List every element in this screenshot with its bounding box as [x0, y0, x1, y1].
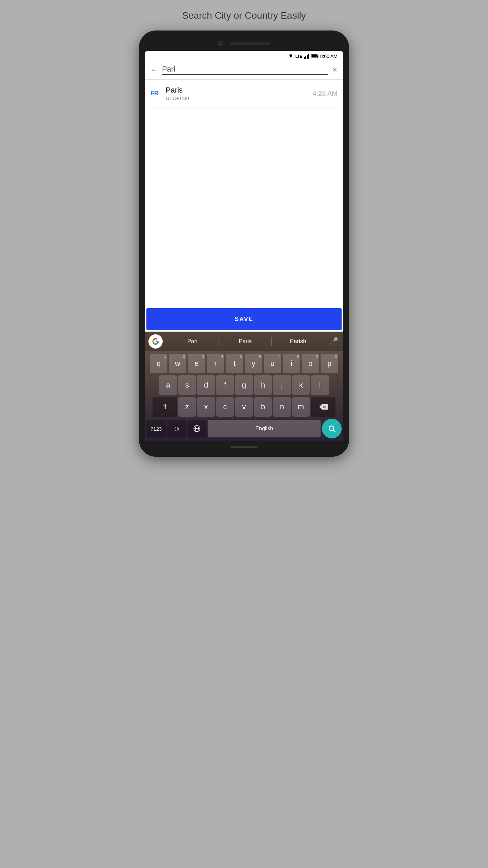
lte-icon: LTE	[296, 54, 302, 58]
key-z[interactable]: z	[178, 397, 196, 417]
city-timezone: UTC+1:00	[166, 95, 313, 101]
empty-results-area	[145, 188, 343, 307]
key-p[interactable]: 0p	[321, 354, 338, 373]
status-time: 8:00 AM	[320, 54, 338, 59]
key-row-bottom: ?123 ☺ English	[146, 419, 342, 440]
key-m[interactable]: m	[292, 397, 310, 417]
key-w[interactable]: 2w	[169, 354, 186, 373]
key-n[interactable]: n	[273, 397, 291, 417]
key-x[interactable]: x	[197, 397, 215, 417]
key-l[interactable]: l	[311, 375, 329, 395]
save-button[interactable]: SAVE	[146, 308, 342, 330]
city-info: Paris UTC+1:00	[166, 86, 313, 101]
page-title: Search City or Country Easily	[182, 10, 306, 21]
svg-line-15	[333, 430, 336, 432]
emoji-key[interactable]: ☺	[167, 420, 186, 437]
speaker-grille	[229, 42, 270, 45]
key-g[interactable]: g	[235, 375, 253, 395]
suggestion-words: Pari Paris Parish	[166, 337, 324, 346]
key-o[interactable]: 9o	[302, 354, 319, 373]
globe-key[interactable]	[187, 420, 206, 437]
result-item[interactable]: FR Paris UTC+1:00 4:28 AM	[145, 80, 343, 107]
key-j[interactable]: j	[273, 375, 291, 395]
shift-key[interactable]: ⇧	[152, 397, 177, 417]
key-row-3: ⇧ z x c v b n m	[146, 397, 342, 417]
key-row-1: 1q 2w 3e 4r 5t 6y	[146, 354, 342, 373]
signal-icon	[304, 54, 309, 59]
key-v[interactable]: v	[235, 397, 253, 417]
key-f[interactable]: f	[216, 375, 234, 395]
key-t[interactable]: 5t	[226, 354, 243, 373]
phone-bottom-bar	[145, 441, 343, 450]
suggestions-row: Pari Paris Parish 🎤	[145, 332, 343, 352]
svg-point-14	[329, 426, 334, 431]
page-header: Search City or Country Easily	[182, 10, 306, 21]
search-query[interactable]: Pari	[162, 65, 328, 75]
key-d[interactable]: d	[197, 375, 215, 395]
search-input-container[interactable]: Pari	[162, 65, 328, 75]
key-u[interactable]: 7u	[264, 354, 281, 373]
key-c[interactable]: c	[216, 397, 234, 417]
keyboard: Pari Paris Parish 🎤 1q 2w 3e	[145, 332, 343, 441]
phone-frame: LTE 8:00 AM ← Pari ✕	[139, 31, 349, 457]
search-results: FR Paris UTC+1:00 4:28 AM	[145, 80, 343, 188]
key-b[interactable]: b	[254, 397, 272, 417]
key-r[interactable]: 4r	[207, 354, 224, 373]
backspace-key[interactable]	[311, 397, 336, 417]
front-camera	[218, 41, 223, 46]
svg-rect-1	[305, 56, 306, 59]
phone-screen: LTE 8:00 AM ← Pari ✕	[145, 51, 343, 441]
key-h[interactable]: h	[254, 375, 272, 395]
suggestion-2[interactable]: Paris	[219, 337, 272, 346]
battery-icon	[311, 54, 319, 58]
svg-rect-5	[311, 55, 317, 58]
country-code: FR	[150, 90, 166, 97]
svg-rect-2	[307, 55, 308, 59]
key-i[interactable]: 8i	[283, 354, 300, 373]
city-local-time: 4:28 AM	[313, 90, 338, 97]
suggestion-3[interactable]: Parish	[272, 337, 324, 346]
clear-button[interactable]: ✕	[328, 64, 338, 75]
status-bar: LTE 8:00 AM	[145, 51, 343, 60]
phone-top-notch	[145, 37, 343, 51]
search-bar: ← Pari ✕	[145, 60, 343, 80]
svg-rect-6	[318, 56, 318, 57]
key-s[interactable]: s	[178, 375, 196, 395]
key-k[interactable]: k	[292, 375, 310, 395]
key-a[interactable]: a	[159, 375, 177, 395]
keyboard-rows: 1q 2w 3e 4r 5t 6y	[145, 352, 343, 441]
numbers-key[interactable]: ?123	[146, 420, 166, 437]
wifi-icon	[288, 54, 294, 59]
key-q[interactable]: 1q	[150, 354, 167, 373]
back-button[interactable]: ←	[148, 64, 162, 76]
city-name: Paris	[166, 86, 313, 95]
space-key[interactable]: English	[208, 420, 321, 437]
suggestion-1[interactable]: Pari	[166, 337, 219, 346]
key-e[interactable]: 3e	[188, 354, 205, 373]
mic-button[interactable]: 🎤	[324, 337, 343, 346]
svg-rect-0	[304, 57, 305, 59]
key-row-2: a s d f g h j k l	[146, 375, 342, 395]
search-key[interactable]	[322, 419, 342, 438]
svg-rect-3	[308, 54, 309, 59]
google-logo	[148, 334, 163, 349]
key-y[interactable]: 6y	[245, 354, 262, 373]
